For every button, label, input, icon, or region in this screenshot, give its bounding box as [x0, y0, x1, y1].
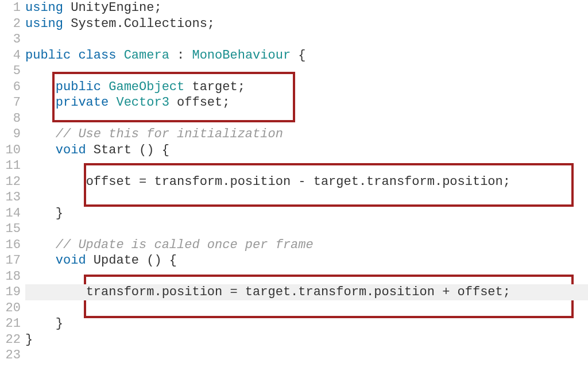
code-line: using System.Collections; [25, 16, 588, 32]
code-line [25, 347, 588, 364]
code-line: void Start () { [25, 142, 588, 159]
code-line: } [25, 206, 588, 222]
code-line: void Update () { [25, 253, 588, 269]
line-number: 3 [0, 32, 21, 48]
code-line: } [25, 332, 588, 348]
line-number: 8 [0, 111, 21, 127]
code-line [25, 269, 588, 285]
line-number: 13 [0, 190, 21, 206]
code-line: private Vector3 offset; [25, 95, 588, 111]
code-line: offset = transform.position - target.tra… [25, 174, 588, 190]
code-line [25, 32, 588, 48]
line-number-gutter: 1 2 3 4 5 6 7 8 9 10 11 12 13 14 15 16 1… [0, 0, 25, 364]
line-number: 14 [0, 206, 21, 222]
code-line [25, 158, 588, 174]
code-line: } [25, 316, 588, 332]
line-number: 15 [0, 221, 21, 237]
line-number: 17 [0, 253, 21, 269]
code-line [25, 63, 588, 79]
code-content: using UnityEngine; using System.Collecti… [25, 0, 588, 364]
line-number: 11 [0, 158, 21, 174]
code-line: using UnityEngine; [25, 0, 588, 16]
code-editor: 1 2 3 4 5 6 7 8 9 10 11 12 13 14 15 16 1… [0, 0, 588, 364]
line-number: 12 [0, 174, 21, 190]
line-number: 23 [0, 347, 21, 364]
code-line: transform.position = target.transform.po… [25, 284, 588, 300]
code-line: public GameObject target; [25, 79, 588, 95]
code-line [25, 190, 588, 206]
line-number: 7 [0, 95, 21, 111]
line-number: 21 [0, 316, 21, 332]
code-line: // Use this for initialization [25, 126, 588, 142]
line-number: 1 [0, 0, 21, 16]
code-line [25, 300, 588, 316]
line-number: 22 [0, 332, 21, 348]
code-line [25, 221, 588, 237]
line-number: 16 [0, 237, 21, 253]
line-number: 6 [0, 79, 21, 95]
line-number: 9 [0, 126, 21, 142]
code-line: public class Camera : MonoBehaviour { [25, 48, 588, 64]
line-number: 20 [0, 300, 21, 316]
code-line: // Update is called once per frame [25, 237, 588, 253]
line-number: 5 [0, 63, 21, 79]
line-number: 10 [0, 142, 21, 159]
line-number: 19 [0, 284, 21, 300]
code-line [25, 111, 588, 127]
line-number: 18 [0, 269, 21, 285]
line-number: 2 [0, 16, 21, 32]
line-number: 4 [0, 48, 21, 64]
